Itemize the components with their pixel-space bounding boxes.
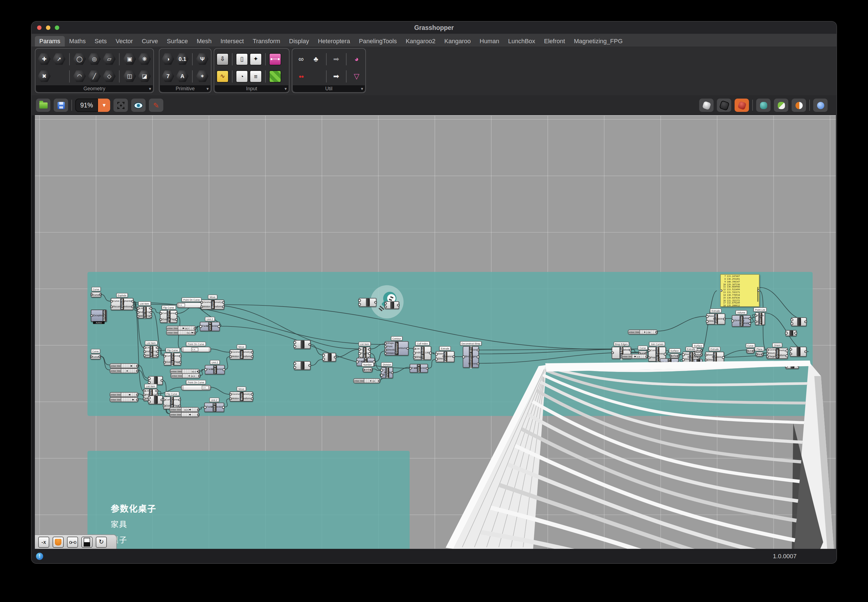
input-port[interactable] [791, 322, 797, 325]
input-recursive[interactable]: Recursive [111, 306, 120, 308]
output-unit-vector[interactable]: Unit vector [217, 369, 224, 371]
input-indices[interactable]: Indices [414, 352, 420, 354]
input-list[interactable]: List [144, 390, 149, 392]
gh-node-comp[interactable] [694, 359, 702, 367]
menu-item-elefront[interactable]: Elefront [540, 36, 570, 46]
gh-node-comp[interactable] [294, 361, 311, 370]
input-port[interactable] [294, 366, 300, 369]
output-flag[interactable]: Flag [174, 405, 180, 407]
grasshopper-canvas[interactable]: 参数化桌子 家具 桌子 CurveCurveCurveRecu [35, 115, 836, 549]
mesh-icon[interactable]: ❋ [138, 53, 151, 65]
input-wrap[interactable]: Wrap [138, 315, 143, 317]
output-vertices[interactable]: Vertices [473, 362, 478, 365]
gh-node-slider[interactable]: Number Slider78.1 [166, 330, 196, 335]
data-tree-icon[interactable]: ✶ [196, 70, 209, 82]
menu-item-heteroptera[interactable]: Heteroptera [313, 36, 354, 46]
input-port[interactable] [786, 362, 790, 365]
output-transform[interactable]: Transform [779, 355, 787, 357]
gh-node-move[interactable]: GeometryMotionMoveGeometryTransformMove [230, 349, 253, 359]
arc-icon[interactable]: ◠ [73, 70, 86, 82]
titlebar[interactable]: Grasshopper [32, 22, 836, 34]
output-transform[interactable]: Transform [243, 398, 252, 400]
slider-track[interactable]: 44.5 [182, 408, 199, 412]
tree-viewer-icon[interactable]: ♣ [310, 53, 323, 65]
input-port[interactable] [359, 299, 366, 301]
galapagos-flask-icon[interactable]: ▽ [350, 70, 363, 82]
slider-knob[interactable] [129, 394, 130, 395]
output-i[interactable]: i [152, 390, 157, 392]
number-slider-icon[interactable]: ⇩ [216, 53, 229, 65]
menu-item-panelingtools[interactable]: PanelingTools [354, 36, 401, 46]
gradient-icon[interactable]: ●—● [269, 53, 281, 65]
slider-track[interactable]: 2.5 [632, 355, 647, 358]
input-port[interactable] [359, 303, 366, 306]
trigger-arrow-icon[interactable]: ➡ [330, 70, 343, 82]
output-unit-vector[interactable]: Unit vector [421, 367, 427, 369]
gh-node-curve[interactable]: CurveCurve [746, 349, 755, 353]
box-icon[interactable]: ▣ [123, 53, 136, 65]
preview-eye-button[interactable] [131, 98, 146, 112]
slider-knob[interactable] [126, 370, 127, 371]
integer-icon[interactable]: 7 [162, 70, 174, 82]
output-i[interactable]: i [367, 348, 370, 350]
menu-item-maths[interactable]: Maths [65, 36, 90, 46]
gh-node-surface[interactable]: Surface [694, 352, 702, 357]
input-port[interactable] [694, 362, 696, 364]
output-1[interactable]: +1 [367, 353, 370, 355]
output-port[interactable] [793, 332, 796, 334]
slider-knob[interactable] [197, 370, 198, 372]
gh-node-number[interactable]: NumberNumber [363, 367, 373, 372]
toggle-widget[interactable] [81, 536, 92, 547]
output-geometry[interactable]: Geometry [779, 350, 787, 352]
input-port[interactable] [786, 332, 789, 334]
output-curve[interactable]: Curve [174, 355, 181, 357]
input-points[interactable]: Points [756, 315, 758, 317]
input-direction[interactable]: Direction [436, 358, 443, 360]
construct-point-icon[interactable]: ✚ [38, 53, 51, 65]
output-port[interactable] [794, 364, 798, 366]
gh-node-slider[interactable]: Number Slider [110, 368, 138, 373]
display-teal-button[interactable] [756, 98, 771, 112]
alert-icon[interactable]: ! [36, 553, 43, 560]
slider-track[interactable] [121, 369, 138, 373]
gh-node-slider[interactable]: Number Slider2.5 [622, 354, 648, 359]
boolean-icon[interactable]: ◑ [162, 53, 174, 65]
spiral-icon[interactable]: ◎ [88, 53, 101, 65]
input-list[interactable]: List [414, 347, 420, 350]
input-port[interactable] [294, 345, 300, 347]
menu-item-transform[interactable]: Transform [248, 36, 285, 46]
slider-track[interactable] [121, 393, 138, 396]
output-unit-vector[interactable]: Unit vector [671, 362, 678, 364]
output-port[interactable] [304, 364, 310, 367]
input-curve[interactable]: Curve [111, 300, 120, 303]
cherries-icon[interactable]: ●● [294, 70, 308, 82]
slider-track[interactable]: 34.9 [182, 374, 200, 378]
menu-item-magnetizing-fpg[interactable]: Magnetizing_FPG [569, 36, 627, 46]
graph-mapper-icon[interactable]: ∿ [216, 70, 229, 82]
gh-node-comp[interactable] [359, 298, 376, 307]
gh-node-contour[interactable]: ShapePointDirectionDistanceContourContou… [385, 341, 408, 356]
point-on-curve-value[interactable]: 0.0… [178, 303, 185, 307]
data-path-icon[interactable]: Ψ [196, 53, 209, 65]
gh-node-slider[interactable]: Number Slider [110, 392, 138, 397]
input-curves[interactable]: Curves [649, 349, 655, 352]
menu-item-display[interactable]: Display [285, 36, 313, 46]
point-on-curve-value[interactable]: 0.4… [191, 347, 198, 352]
slider-knob[interactable] [182, 327, 184, 329]
input-geometry[interactable]: Geometry [767, 349, 775, 351]
input-port[interactable] [294, 341, 300, 344]
save-button[interactable] [54, 98, 68, 112]
input-port[interactable] [323, 354, 327, 356]
output-i[interactable]: i [146, 307, 151, 310]
slider-track[interactable]: 16.7 [178, 326, 196, 330]
slider-knob[interactable] [644, 331, 645, 333]
output-extrusion[interactable]: Extrusion [716, 356, 724, 359]
output-extrusion[interactable]: Extrusion [447, 356, 454, 358]
output-port[interactable] [331, 356, 336, 358]
input-wrap[interactable]: Wrap [144, 354, 149, 356]
gh-node-plane[interactable]: PlanePlane [756, 352, 764, 357]
output-segments[interactable]: Segments [124, 300, 133, 303]
gh-node-slider[interactable]: Number Slider [110, 363, 138, 368]
slider-knob[interactable] [189, 414, 191, 415]
output-flag[interactable]: Flag [174, 361, 181, 363]
